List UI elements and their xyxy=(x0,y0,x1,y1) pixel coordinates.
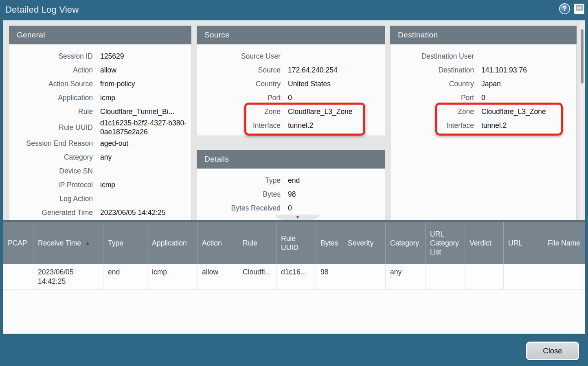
field-value: Cloudflare_L3_Zone xyxy=(481,107,576,116)
log-table-header: PCAP Receive Time▲ Type Application Acti… xyxy=(3,222,585,264)
column-header-type[interactable]: Type xyxy=(103,222,147,264)
field-row-type: Typeend xyxy=(197,173,385,187)
panel-source: Source Source User Source172.64.240.254 … xyxy=(197,26,385,136)
field-value: 141.101.93.76 xyxy=(481,66,576,75)
field-row-rule-uuid: Rule UUIDd1c16235-b2f2-4327-b380-0ae1875… xyxy=(9,118,191,136)
panel-source-title: Source xyxy=(197,26,385,44)
field-row-session-end-reason: Session End Reasonaged-out xyxy=(9,136,191,150)
field-label: Type xyxy=(197,176,281,185)
field-label: Country xyxy=(391,80,474,88)
field-row-application: Applicationicmp xyxy=(9,91,191,105)
cell-type: end xyxy=(103,264,147,290)
cell-pcap xyxy=(3,264,33,290)
cell-application: icmp xyxy=(147,264,197,290)
column-header-bytes[interactable]: Bytes xyxy=(316,222,343,264)
field-label: Action Source xyxy=(9,80,93,88)
column-header-file-name[interactable]: File Name xyxy=(543,222,585,264)
column-header-receive-time[interactable]: Receive Time▲ xyxy=(33,222,103,264)
field-label: Session ID xyxy=(9,52,93,61)
cell-file-name xyxy=(543,264,585,290)
cell-url-category-list xyxy=(425,264,465,290)
panel-destination: Destination Destination User Destination… xyxy=(390,26,577,220)
column-header-severity[interactable]: Severity xyxy=(343,222,385,264)
column-header-rule-uuid[interactable]: Rule UUID xyxy=(276,222,316,264)
field-value: Cloudflare_Tunnel_Bi... xyxy=(100,107,191,116)
window-restore-icon-glyph xyxy=(576,5,583,11)
field-value: icmp xyxy=(100,93,191,102)
field-value: aged-out xyxy=(100,139,191,148)
field-value: 0 xyxy=(288,93,385,102)
close-button[interactable]: Close xyxy=(526,342,579,360)
field-value: 125629 xyxy=(100,52,191,61)
cell-action: allow xyxy=(197,264,238,290)
field-label: Generated Time xyxy=(9,208,93,217)
field-row-destination: Destination141.101.93.76 xyxy=(391,63,576,77)
field-value: tunnel.2 xyxy=(288,121,385,130)
cell-category: any xyxy=(385,264,425,290)
cell-rule: Cloudfl... xyxy=(238,264,276,290)
panel-general: General Session ID125629 Actionallow Act… xyxy=(9,26,191,220)
field-label: Category xyxy=(9,153,93,162)
field-label: Rule xyxy=(9,107,93,116)
field-label: Source User xyxy=(197,52,281,61)
table-row[interactable]: 2023/06/05 14:42:25 end icmp allow Cloud… xyxy=(3,264,585,290)
field-row-interface: Interfacetunnel.2 xyxy=(391,118,576,132)
field-row-category: Categoryany xyxy=(9,150,191,164)
vertical-scrollbar[interactable] xyxy=(579,20,585,220)
field-value: 0 xyxy=(288,204,385,213)
field-row-country: CountryUnited States xyxy=(197,77,385,91)
field-row-port: Port0 xyxy=(197,91,385,105)
window-restore-icon[interactable] xyxy=(574,4,584,14)
field-label: Action xyxy=(9,66,93,75)
field-label: Bytes xyxy=(197,190,281,199)
column-header-verdict[interactable]: Verdict xyxy=(465,222,503,264)
column-header-pcap[interactable]: PCAP xyxy=(3,222,33,264)
scrollbar-thumb[interactable] xyxy=(581,29,584,83)
column-header-action[interactable]: Action xyxy=(197,222,238,264)
field-value: Japan xyxy=(481,79,576,88)
column-header-url[interactable]: URL xyxy=(503,222,543,264)
field-value: Cloudflare_L3_Zone xyxy=(288,107,385,116)
panel-general-title: General xyxy=(9,26,191,44)
field-value: from-policy xyxy=(100,79,191,88)
page-title: Detailed Log View xyxy=(5,4,79,15)
column-header-url-category-list[interactable]: URL Category List xyxy=(425,222,465,264)
field-label: Port xyxy=(391,94,474,102)
log-detail-area: General Session ID125629 Actionallow Act… xyxy=(3,20,585,220)
field-label: Application xyxy=(9,94,93,102)
field-row-zone: ZoneCloudflare_L3_Zone xyxy=(197,105,385,118)
panel-details-title: Details xyxy=(197,150,385,169)
field-label: Interface xyxy=(391,121,474,130)
field-label: Rule UUID xyxy=(9,123,93,132)
field-row-source-user: Source User xyxy=(197,49,385,63)
panel-destination-body: Destination User Destination141.101.93.7… xyxy=(391,44,576,132)
field-row-ip-protocol: IP Protocolicmp xyxy=(9,178,191,192)
field-row-interface: Interfacetunnel.2 xyxy=(197,118,385,132)
field-value: end xyxy=(288,176,385,185)
log-table: PCAP Receive Time▲ Type Application Acti… xyxy=(3,220,585,334)
help-icon[interactable]: ? xyxy=(559,3,570,14)
field-value: d1c16235-b2f2-4327-b380-0ae1875e2a26 xyxy=(100,118,191,136)
field-label: Destination User xyxy=(391,52,474,61)
column-header-category[interactable]: Category xyxy=(385,222,425,264)
panel-destination-title: Destination xyxy=(390,26,577,44)
column-header-rule[interactable]: Rule xyxy=(238,222,276,264)
field-row-bytes: Bytes98 xyxy=(197,187,385,201)
panel-details-body: Typeend Bytes98 Bytes Received0 xyxy=(197,169,385,215)
field-value: 172.64.240.254 xyxy=(288,66,385,75)
field-value: 0 xyxy=(481,93,576,102)
field-label: Zone xyxy=(197,107,281,116)
field-label: Device SN xyxy=(9,167,93,175)
field-row-port: Port0 xyxy=(391,91,576,105)
titlebar-icons: ? xyxy=(559,3,584,14)
field-row-generated-time: Generated Time2023/06/05 14:42:25 xyxy=(9,206,191,219)
field-label: Country xyxy=(197,80,281,88)
chevron-down-icon: ▼ xyxy=(296,215,300,219)
field-row-source: Source172.64.240.254 xyxy=(197,63,385,77)
column-header-application[interactable]: Application xyxy=(147,222,197,264)
field-label: Port xyxy=(197,94,281,102)
cell-rule-uuid: d1c16... xyxy=(276,264,316,290)
sort-ascending-icon: ▲ xyxy=(85,239,90,248)
field-value: United States xyxy=(288,79,385,88)
cell-verdict xyxy=(465,264,503,290)
